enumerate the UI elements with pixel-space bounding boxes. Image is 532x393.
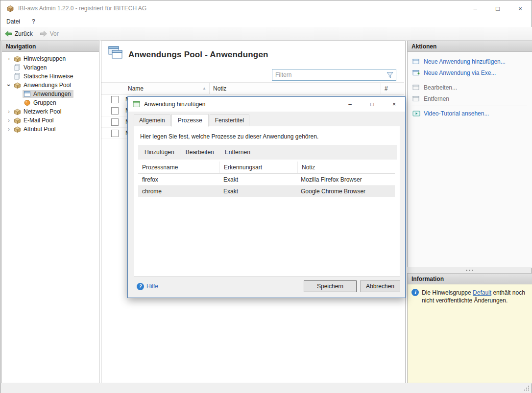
action-label: Bearbeiten... [424,84,457,91]
add-application-dialog: Anwendung hinzufügen – □ × Allgemein Pro… [127,96,406,298]
dialog-close-button[interactable]: × [383,97,405,112]
tab-allgemein[interactable]: Allgemein [134,115,170,126]
new-application-exe-icon [412,69,420,76]
forward-button[interactable]: Vor [40,30,59,37]
tab-prozesse[interactable]: Prozesse [171,114,209,127]
row-checkbox[interactable] [111,118,119,126]
process-edit-button[interactable]: Bearbeiten [180,145,219,160]
information-panel: Information i Die Hinweisgruppe Default … [407,273,532,384]
process-toolbar: Hinzufügen Bearbeiten Entfernen [138,145,397,160]
separator [412,106,527,106]
save-button[interactable]: Speichern [304,280,357,292]
navigation-tree: › Hinweisgruppen Vor [2,52,99,134]
back-button[interactable]: Zurück [4,30,33,37]
col-checkbox [101,83,124,94]
nav-item-anwendungs-pool[interactable]: › Anwendungs Pool [2,81,99,90]
dialog-maximize-button[interactable]: □ [361,97,383,112]
row-checkbox[interactable] [111,96,119,103]
col-notiz[interactable]: Notiz [298,162,395,173]
process-row-chrome[interactable]: chrome Exakt Google Chrome Browser [138,185,395,197]
nav-item-gruppen[interactable]: Gruppen [2,98,99,107]
resize-grip[interactable] [528,390,529,391]
actions-list: Neue Anwendung hinzufügen... Neue Anwend… [408,52,532,123]
col-prozessname[interactable]: Prozessname [138,162,220,173]
action-new-application[interactable]: Neue Anwendung hinzufügen... [412,56,527,67]
filter-input[interactable] [272,71,387,78]
nav-item-vorlagen[interactable]: Vorlagen [2,63,99,72]
sort-asc-icon: ▲ [202,86,206,91]
col-name[interactable]: Name ▲ [124,83,210,94]
nav-item-anwendungen[interactable]: Anwendungen [2,90,99,98]
chevron-right-icon[interactable]: › [5,125,13,133]
info-icon: i [411,289,419,296]
dialog-title: Anwendung hinzufügen [144,101,205,108]
process-row-firefox[interactable]: firefox Exakt Mozilla Firefox Browser [138,174,395,185]
app-icon [6,4,14,12]
dialog-titlebar: Anwendung hinzufügen – □ × [128,97,405,112]
col-erkennungsart[interactable]: Erkennungsart [220,162,298,173]
window-title: IBI-aws Admin 1.22.0 - registriert für I… [18,5,146,12]
row-checkbox[interactable] [111,107,119,115]
edit-icon [412,84,420,91]
nav-item-statische-hinweise[interactable]: Statische Hinweise [2,72,99,81]
help-icon: ? [137,283,144,290]
menubar: Datei ? [0,16,532,27]
action-remove[interactable]: Entfernen [412,93,527,104]
dialog-controls: – □ × [339,97,405,112]
col-number[interactable]: # [381,83,404,94]
titlebar: IBI-aws Admin 1.22.0 - registriert für I… [0,0,532,16]
nav-item-attribut-pool[interactable]: › Attribut Pool [2,125,99,134]
info-text-before: Die Hinweisgruppe [422,289,473,296]
col-name-label: Name [128,85,144,92]
close-button[interactable]: × [509,0,532,16]
default-link[interactable]: Default [473,289,491,296]
box-icon [14,117,21,124]
chevron-right-icon[interactable]: › [5,108,13,116]
information-text: Die Hinweisgruppe Default enthält noch n… [422,289,528,304]
filter-icon[interactable] [387,72,393,78]
help-link[interactable]: ? Hilfe [137,283,158,290]
actions-header: Aktionen [408,41,532,52]
cell-erkennungsart: Exakt [219,188,297,195]
nav-item-hinweisgruppen[interactable]: › Hinweisgruppen [2,54,99,63]
action-new-application-via-exe[interactable]: Neue Anwendung via Exe... [412,67,527,78]
nav-label: Anwendungen [33,91,71,97]
back-label: Zurück [15,30,33,37]
menu-help[interactable]: ? [26,17,41,26]
action-edit[interactable]: Bearbeiten... [412,82,527,93]
action-label: Neue Anwendung via Exe... [424,69,496,76]
cell-prozessname: firefox [138,176,219,183]
cancel-button[interactable]: Abbrechen [360,280,400,292]
chevron-spacer [5,64,13,71]
minimize-button[interactable]: – [464,0,486,16]
dialog-minimize-button[interactable]: – [339,97,361,112]
nav-item-netzwerk-pool[interactable]: › Netzwerk Pool [2,107,99,116]
process-remove-button[interactable]: Entfernen [219,145,256,160]
chevron-right-icon[interactable]: › [5,55,13,63]
tab-fenstertitel[interactable]: Fenstertitel [210,115,249,126]
chevron-spacer [15,99,23,107]
forward-label: Vor [50,30,59,37]
box-icon [14,82,21,89]
chevron-down-icon[interactable]: › [5,81,13,89]
col-notiz[interactable]: Notiz [210,83,381,94]
panel-splitter[interactable] [407,267,532,273]
chevron-right-icon[interactable]: › [5,116,13,124]
process-add-button[interactable]: Hinzufügen [139,145,180,160]
nav-label: Hinweisgruppen [24,55,66,62]
action-video-tutorial[interactable]: Video-Tutorial ansehen... [412,108,527,119]
maximize-button[interactable]: □ [486,0,509,16]
chevron-spacer [5,72,13,80]
window-controls: – □ × [464,0,532,16]
menu-datei[interactable]: Datei [0,17,26,26]
nav-label: Statische Hinweise [24,73,73,80]
table-header: Name ▲ Notiz # [101,82,404,94]
page-title: Anwendungs Pool - Anwendungen [128,50,268,60]
box-icon [14,126,21,133]
help-label: Hilfe [146,283,158,290]
action-label: Neue Anwendung hinzufügen... [424,58,506,65]
nav-item-email-pool[interactable]: › E-Mail Pool [2,116,99,125]
splitter-dot [469,270,470,271]
row-checkbox[interactable] [111,130,119,137]
chevron-spacer [15,90,23,98]
